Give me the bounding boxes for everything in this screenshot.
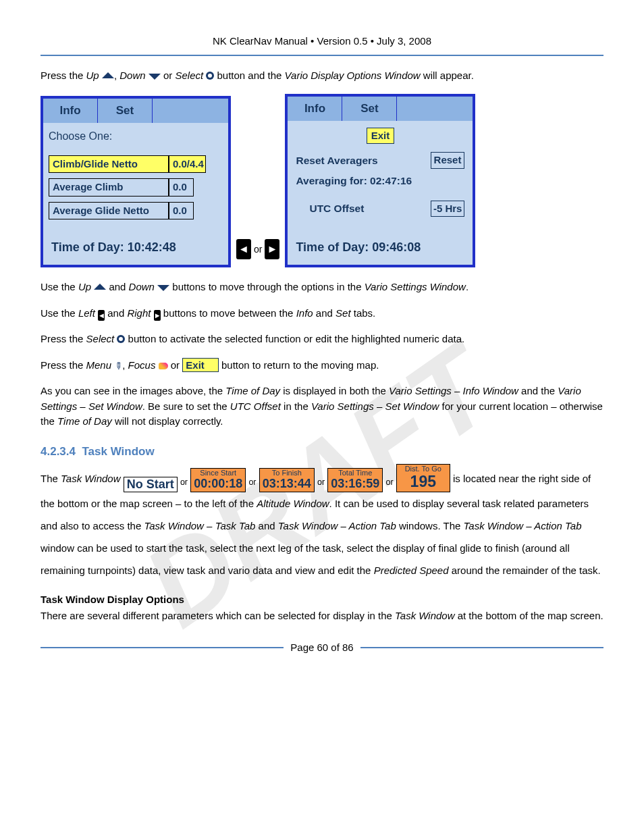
- row-climb-glide-netto[interactable]: Climb/Glide Netto0.0/4.4: [49, 155, 223, 174]
- p-display-options: There are several different parameters w…: [41, 608, 603, 624]
- down-icon: [157, 284, 169, 291]
- intro-paragraph: Press the Up , Down or Select button and…: [41, 68, 603, 84]
- or-text: or: [254, 242, 262, 257]
- utc-offset-value[interactable]: -5 Hrs: [431, 201, 465, 217]
- utc-offset-label: UTC Offset: [296, 201, 364, 216]
- vario-info-window: Info Set Choose One: Climb/Glide Netto0.…: [41, 96, 231, 267]
- right-icon: ►: [154, 310, 161, 321]
- row-value: 0.0/4.4: [169, 155, 206, 174]
- down-icon: [149, 72, 161, 80]
- row-label: Climb/Glide Netto: [49, 155, 169, 174]
- screenshots-row: Info Set Choose One: Climb/Glide Netto0.…: [41, 94, 603, 267]
- select-icon: [117, 335, 125, 343]
- page-number: Page 60 of 86: [290, 640, 353, 656]
- chip-to-finish: To Finish03:13:44: [259, 468, 315, 492]
- averaging-for-label: Averaging for: 02:47:16: [296, 173, 412, 188]
- chip-since-start: Since Start00:00:18: [190, 468, 246, 492]
- left-right-or: ◄ or ►: [236, 239, 279, 267]
- page-header: NK ClearNav Manual • Version 0.5 • July …: [41, 34, 603, 53]
- vario-set-window: Info Set Exit Reset Averagers Reset Aver…: [285, 94, 475, 267]
- up-icon: [102, 72, 114, 80]
- task-window-display-options-head: Task Window Display Options: [41, 592, 603, 608]
- left-icon: ◄: [98, 310, 105, 321]
- row-value: 0.0: [169, 202, 194, 220]
- exit-button[interactable]: Exit: [367, 128, 395, 145]
- tab-set[interactable]: Set: [98, 99, 153, 123]
- tab-set[interactable]: Set: [342, 97, 397, 121]
- reset-button[interactable]: Reset: [431, 152, 465, 169]
- row-average-glide-netto[interactable]: Average Glide Netto0.0: [49, 202, 223, 220]
- section-4-2-3-4: 4.2.3.4 Task Window: [41, 443, 603, 461]
- p-time-of-day-note: As you can see in the images above, the …: [41, 384, 603, 429]
- footer: Page 60 of 86: [41, 640, 603, 656]
- chip-dist-to-go: Dist. To Go195: [396, 464, 450, 492]
- p-task-window: The Task Window No Start or Since Start0…: [41, 464, 603, 581]
- select-icon: [206, 72, 214, 80]
- choose-one-label: Choose One:: [49, 128, 223, 145]
- header-rule: [41, 55, 603, 56]
- row-label: Average Glide Netto: [49, 202, 169, 220]
- up-icon: [94, 284, 106, 291]
- exit-button-inline[interactable]: Exit: [182, 358, 219, 373]
- tab-empty: [397, 97, 473, 121]
- time-of-day: Time of Day: 10:42:48: [49, 238, 223, 257]
- p-press-select: Press the Select button to activate the …: [41, 332, 603, 347]
- p-press-menu-focus-exit: Press the Menu ✎, Focus or Exit button t…: [41, 358, 603, 373]
- p-use-left-right: Use the Left ◄ and Right ► buttons to mo…: [41, 306, 603, 321]
- focus-icon: [159, 363, 168, 369]
- tab-info[interactable]: Info: [43, 99, 98, 123]
- reset-averagers-label: Reset Averagers: [296, 153, 377, 168]
- p-use-up-down: Use the Up and Down buttons to move thro…: [41, 280, 603, 295]
- chip-no-start: No Start: [124, 477, 178, 492]
- right-arrow-icon: ►: [265, 239, 279, 259]
- chip-total-time: Total Time03:16:59: [327, 468, 383, 492]
- tab-empty: [153, 99, 228, 123]
- row-label: Average Climb: [49, 178, 169, 197]
- row-value: 0.0: [169, 178, 194, 197]
- left-arrow-icon: ◄: [236, 239, 251, 259]
- time-of-day: Time of Day: 09:46:08: [293, 238, 467, 257]
- row-average-climb[interactable]: Average Climb0.0: [49, 178, 223, 197]
- tab-info[interactable]: Info: [288, 97, 342, 121]
